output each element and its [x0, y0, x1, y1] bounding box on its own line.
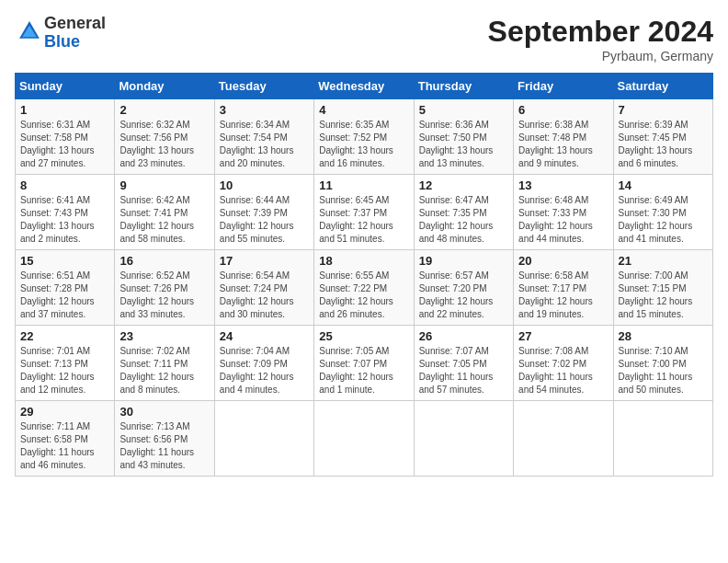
- day-info: Sunrise: 6:31 AMSunset: 7:58 PMDaylight:…: [20, 119, 109, 170]
- title-block: September 2024 Pyrbaum, Germany: [488, 15, 713, 63]
- day-number: 18: [319, 254, 408, 268]
- day-number: 20: [518, 254, 608, 268]
- day-number: 21: [619, 254, 708, 268]
- day-number: 6: [518, 103, 608, 117]
- day-number: 8: [20, 178, 109, 192]
- day-info: Sunrise: 6:57 AMSunset: 7:20 PMDaylight:…: [419, 270, 508, 321]
- calendar-cell: 17Sunrise: 6:54 AMSunset: 7:24 PMDayligh…: [214, 250, 313, 326]
- calendar-cell: 7Sunrise: 6:39 AMSunset: 7:45 PMDaylight…: [613, 99, 712, 175]
- day-number: 19: [419, 254, 508, 268]
- calendar-cell: 15Sunrise: 6:51 AMSunset: 7:28 PMDayligh…: [16, 250, 115, 326]
- day-number: 24: [220, 329, 309, 343]
- day-info: Sunrise: 6:42 AMSunset: 7:41 PMDaylight:…: [119, 194, 209, 246]
- calendar-cell: 26Sunrise: 7:07 AMSunset: 7:05 PMDayligh…: [414, 326, 513, 401]
- day-info: Sunrise: 7:05 AMSunset: 7:07 PMDaylight:…: [319, 345, 408, 396]
- day-number: 2: [119, 103, 209, 117]
- calendar-cell: 6Sunrise: 6:38 AMSunset: 7:48 PMDaylight…: [514, 99, 613, 175]
- weekday-header-sunday: Sunday: [16, 74, 115, 99]
- calendar-cell: 28Sunrise: 7:10 AMSunset: 7:00 PMDayligh…: [613, 326, 712, 401]
- day-info: Sunrise: 6:47 AMSunset: 7:35 PMDaylight:…: [419, 194, 508, 246]
- calendar-week-row: 15Sunrise: 6:51 AMSunset: 7:28 PMDayligh…: [16, 250, 713, 326]
- day-number: 13: [518, 178, 608, 192]
- day-number: 16: [119, 254, 209, 268]
- calendar-cell: 8Sunrise: 6:41 AMSunset: 7:43 PMDaylight…: [16, 175, 115, 250]
- calendar-cell: 21Sunrise: 7:00 AMSunset: 7:15 PMDayligh…: [613, 250, 712, 326]
- calendar-cell: 20Sunrise: 6:58 AMSunset: 7:17 PMDayligh…: [514, 250, 613, 326]
- day-info: Sunrise: 6:41 AMSunset: 7:43 PMDaylight:…: [20, 194, 109, 246]
- day-number: 29: [20, 405, 109, 419]
- calendar-week-row: 8Sunrise: 6:41 AMSunset: 7:43 PMDaylight…: [16, 175, 713, 250]
- day-number: 22: [20, 329, 109, 343]
- calendar-cell: 13Sunrise: 6:48 AMSunset: 7:33 PMDayligh…: [514, 175, 613, 250]
- day-number: 28: [619, 329, 708, 343]
- day-info: Sunrise: 6:45 AMSunset: 7:37 PMDaylight:…: [319, 194, 408, 246]
- day-number: 17: [220, 254, 309, 268]
- calendar-cell: 14Sunrise: 6:49 AMSunset: 7:30 PMDayligh…: [613, 175, 712, 250]
- calendar-cell: 2Sunrise: 6:32 AMSunset: 7:56 PMDaylight…: [115, 99, 214, 175]
- day-info: Sunrise: 7:01 AMSunset: 7:13 PMDaylight:…: [20, 345, 109, 396]
- calendar-cell: 27Sunrise: 7:08 AMSunset: 7:02 PMDayligh…: [514, 326, 613, 401]
- day-info: Sunrise: 6:48 AMSunset: 7:33 PMDaylight:…: [518, 194, 608, 246]
- calendar-cell: 3Sunrise: 6:34 AMSunset: 7:54 PMDaylight…: [214, 99, 313, 175]
- calendar-cell: [613, 401, 712, 477]
- day-number: 7: [619, 103, 708, 117]
- day-info: Sunrise: 7:08 AMSunset: 7:02 PMDaylight:…: [518, 345, 608, 396]
- day-number: 3: [220, 103, 309, 117]
- calendar-cell: [214, 401, 313, 477]
- day-info: Sunrise: 6:44 AMSunset: 7:39 PMDaylight:…: [220, 194, 309, 246]
- day-number: 5: [419, 103, 508, 117]
- calendar-cell: 12Sunrise: 6:47 AMSunset: 7:35 PMDayligh…: [414, 175, 513, 250]
- calendar-cell: 24Sunrise: 7:04 AMSunset: 7:09 PMDayligh…: [214, 326, 313, 401]
- day-number: 23: [119, 329, 209, 343]
- day-info: Sunrise: 6:58 AMSunset: 7:17 PMDaylight:…: [518, 270, 608, 321]
- day-info: Sunrise: 7:07 AMSunset: 7:05 PMDaylight:…: [419, 345, 508, 396]
- location-subtitle: Pyrbaum, Germany: [488, 49, 713, 63]
- day-number: 15: [20, 254, 109, 268]
- day-info: Sunrise: 6:55 AMSunset: 7:22 PMDaylight:…: [319, 270, 408, 321]
- day-number: 14: [619, 178, 708, 192]
- day-info: Sunrise: 7:00 AMSunset: 7:15 PMDaylight:…: [619, 270, 708, 321]
- calendar-week-row: 1Sunrise: 6:31 AMSunset: 7:58 PMDaylight…: [16, 99, 713, 175]
- weekday-header-friday: Friday: [514, 74, 613, 99]
- day-number: 12: [419, 178, 508, 192]
- day-info: Sunrise: 7:11 AMSunset: 6:58 PMDaylight:…: [20, 420, 109, 472]
- calendar-cell: 22Sunrise: 7:01 AMSunset: 7:13 PMDayligh…: [16, 326, 115, 401]
- day-info: Sunrise: 6:36 AMSunset: 7:50 PMDaylight:…: [419, 119, 508, 170]
- calendar-cell: 25Sunrise: 7:05 AMSunset: 7:07 PMDayligh…: [314, 326, 414, 401]
- calendar-cell: 4Sunrise: 6:35 AMSunset: 7:52 PMDaylight…: [314, 99, 414, 175]
- calendar-cell: 5Sunrise: 6:36 AMSunset: 7:50 PMDaylight…: [414, 99, 513, 175]
- calendar-table: SundayMondayTuesdayWednesdayThursdayFrid…: [15, 73, 713, 477]
- day-number: 10: [220, 178, 309, 192]
- day-info: Sunrise: 6:54 AMSunset: 7:24 PMDaylight:…: [220, 270, 309, 321]
- day-info: Sunrise: 6:52 AMSunset: 7:26 PMDaylight:…: [119, 270, 209, 321]
- calendar-cell: 9Sunrise: 6:42 AMSunset: 7:41 PMDaylight…: [115, 175, 214, 250]
- day-number: 9: [119, 178, 209, 192]
- calendar-cell: 10Sunrise: 6:44 AMSunset: 7:39 PMDayligh…: [214, 175, 313, 250]
- day-info: Sunrise: 6:39 AMSunset: 7:45 PMDaylight:…: [619, 119, 708, 170]
- calendar-cell: 23Sunrise: 7:02 AMSunset: 7:11 PMDayligh…: [115, 326, 214, 401]
- day-info: Sunrise: 6:38 AMSunset: 7:48 PMDaylight:…: [518, 119, 608, 170]
- calendar-cell: 29Sunrise: 7:11 AMSunset: 6:58 PMDayligh…: [16, 401, 115, 477]
- day-info: Sunrise: 7:02 AMSunset: 7:11 PMDaylight:…: [119, 345, 209, 396]
- month-title: September 2024: [488, 15, 713, 49]
- day-number: 26: [419, 329, 508, 343]
- page-header: General Blue September 2024 Pyrbaum, Ger…: [15, 15, 713, 63]
- day-info: Sunrise: 7:10 AMSunset: 7:00 PMDaylight:…: [619, 345, 708, 396]
- day-info: Sunrise: 7:04 AMSunset: 7:09 PMDaylight:…: [220, 345, 309, 396]
- day-number: 4: [319, 103, 408, 117]
- day-number: 25: [319, 329, 408, 343]
- logo-name: General Blue: [44, 15, 106, 52]
- weekday-header-saturday: Saturday: [613, 74, 712, 99]
- calendar-cell: 16Sunrise: 6:52 AMSunset: 7:26 PMDayligh…: [115, 250, 214, 326]
- day-info: Sunrise: 6:49 AMSunset: 7:30 PMDaylight:…: [619, 194, 708, 246]
- day-info: Sunrise: 6:34 AMSunset: 7:54 PMDaylight:…: [220, 119, 309, 170]
- calendar-week-row: 29Sunrise: 7:11 AMSunset: 6:58 PMDayligh…: [16, 401, 713, 477]
- weekday-header-thursday: Thursday: [414, 74, 513, 99]
- day-number: 1: [20, 103, 109, 117]
- day-info: Sunrise: 6:51 AMSunset: 7:28 PMDaylight:…: [20, 270, 109, 321]
- calendar-cell: 30Sunrise: 7:13 AMSunset: 6:56 PMDayligh…: [115, 401, 214, 477]
- logo: General Blue: [15, 15, 106, 52]
- day-info: Sunrise: 7:13 AMSunset: 6:56 PMDaylight:…: [119, 420, 209, 472]
- weekday-header-monday: Monday: [115, 74, 214, 99]
- calendar-cell: 18Sunrise: 6:55 AMSunset: 7:22 PMDayligh…: [314, 250, 414, 326]
